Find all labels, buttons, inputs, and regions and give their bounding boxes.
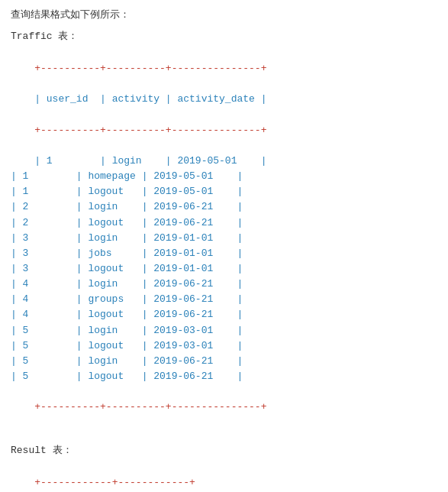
result-table-label: Result 表：	[11, 443, 437, 457]
traffic-row-4: | 2 | logout | 2019-06-21 |	[11, 217, 243, 228]
traffic-row-13: | 5 | login | 2019-06-21 |	[11, 355, 243, 367]
traffic-row-12: | 5 | logout | 2019-03-01 |	[11, 340, 243, 351]
traffic-row-14: | 5 | logout | 2019-06-21 |	[11, 371, 243, 382]
traffic-table-section: Traffic 表： +----------+----------+------…	[11, 29, 437, 431]
result-table-section: Result 表： +------------+------------+ | …	[11, 443, 437, 492]
traffic-row-11: | 5 | login | 2019-03-01 |	[11, 325, 243, 336]
traffic-row-8: | 4 | login | 2019-06-21 |	[11, 278, 243, 290]
traffic-table-box: +----------+----------+---------------+ …	[11, 46, 437, 431]
traffic-table-label: Traffic 表：	[11, 29, 437, 43]
traffic-row-10: | 4 | logout | 2019-06-21 |	[11, 309, 243, 320]
traffic-header-row: | user_id | activity | activity_date |	[34, 93, 266, 105]
traffic-row-0: | 1 | login | 2019-05-01 |	[34, 155, 266, 167]
traffic-row-9: | 4 | groups | 2019-06-21 |	[11, 293, 243, 305]
traffic-row-6: | 3 | jobs | 2019-01-01 |	[11, 248, 243, 259]
result-table-box: +------------+------------+ | login_date…	[11, 460, 437, 492]
traffic-row-5: | 3 | login | 2019-01-01 |	[11, 232, 243, 244]
traffic-separator-top: +----------+----------+---------------+	[34, 63, 266, 74]
intro-text: 查询结果格式如下例所示：	[11, 8, 437, 21]
traffic-separator-bottom: +----------+----------+---------------+	[34, 401, 266, 413]
result-separator-top: +------------+------------+	[34, 477, 195, 488]
traffic-row-3: | 2 | login | 2019-06-21 |	[11, 201, 243, 212]
traffic-row-2: | 1 | logout | 2019-05-01 |	[11, 186, 243, 197]
traffic-row-1: | 1 | homepage | 2019-05-01 |	[11, 170, 243, 182]
traffic-data-rows: | 1 | login | 2019-05-01 || 1 | homepage…	[11, 155, 266, 382]
traffic-row-7: | 3 | logout | 2019-01-01 |	[11, 263, 243, 274]
traffic-separator-mid: +----------+----------+---------------+	[34, 125, 266, 136]
